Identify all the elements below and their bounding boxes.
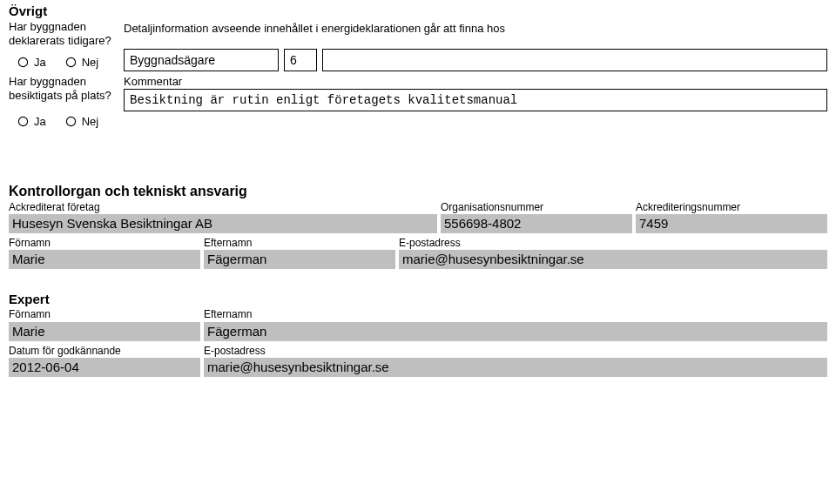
expert-datum-field: Datum för godkännande 2012-06-04 [9,345,200,377]
field-value: Husesyn Svenska Besiktningar AB [9,214,437,233]
radio-icon [65,57,77,68]
ackrediteringsnummer-field: Ackrediteringsnummer 7459 [636,201,827,233]
svg-point-3 [66,117,75,125]
field-value: 556698-4802 [441,214,632,233]
svg-point-1 [66,57,75,66]
kommentar-input[interactable]: Besiktning är rutin enligt företagets kv… [124,89,827,111]
field-label: E-postadress [204,345,827,357]
inspected-nej-radio[interactable]: Nej [65,115,99,128]
detail-intro-text: Detaljinformation avseende innehållet i … [124,22,827,35]
field-value: Fägerman [204,250,395,269]
field-value: Marie [9,322,200,341]
inspected-radio-group: Ja Nej [17,115,118,128]
svg-point-0 [18,57,27,66]
question-inspected: Har byggnaden besiktigats på plats? [9,75,118,104]
inspected-ja-radio[interactable]: Ja [17,115,46,128]
kontrollorgan-section: Kontrollorgan och tekniskt ansvarig Ackr… [9,184,827,270]
field-value: marie@husesynbesiktningar.se [204,358,827,377]
field-label: Förnamn [9,308,200,320]
expert-row-2: Datum för godkännande 2012-06-04 E-posta… [9,345,827,377]
field-label: Organisationsnummer [441,201,632,213]
radio-icon [17,116,29,127]
declared-nej-radio[interactable]: Nej [65,56,99,69]
radio-icon [65,116,77,127]
kommentar-label: Kommentar [124,75,827,88]
expert-heading: Expert [9,292,827,306]
kontroll-fornamn-field: Förnamn Marie [9,237,200,269]
field-value: marie@husesynbesiktningar.se [399,250,827,269]
kontrollorgan-heading: Kontrollorgan och tekniskt ansvarig [9,184,827,199]
radio-label-nej: Nej [82,56,99,69]
kontroll-row-1: Ackrediterat företag Husesyn Svenska Bes… [9,201,827,233]
owner-type-input[interactable]: Byggnadsägare [124,49,279,71]
organisationsnummer-field: Organisationsnummer 556698-4802 [441,201,632,233]
kontroll-efternamn-field: Efternamn Fägerman [204,237,395,269]
ovrigt-heading: Övrigt [9,3,827,18]
kommentar-block: Kommentar Besiktning är rutin enligt för… [124,71,827,111]
kontroll-row-2: Förnamn Marie Efternamn Fägerman E-posta… [9,237,827,269]
field-value: 2012-06-04 [9,358,200,377]
question-declared: Har byggnaden deklarerats tidigare? [9,20,118,49]
field-label: E-postadress [399,237,827,249]
field-label: Förnamn [9,237,200,249]
radio-label-ja: Ja [34,56,46,69]
expert-fornamn-field: Förnamn Marie [9,308,200,340]
owner-number-input[interactable]: 6 [284,49,317,71]
radio-icon [17,57,29,68]
field-value: Fägerman [204,322,827,341]
field-value: 7459 [636,214,827,233]
field-value: Marie [9,250,200,269]
radio-label-ja: Ja [34,115,46,128]
field-label: Efternamn [204,237,395,249]
field-label: Datum för godkännande [9,345,200,357]
ovrigt-section: Övrigt Har byggnaden deklarerats tidigar… [9,3,827,128]
field-label: Ackrediteringsnummer [636,201,827,213]
owner-extra-input[interactable] [322,49,827,71]
field-label: Ackrediterat företag [9,201,437,213]
owner-row: Byggnadsägare 6 [124,49,827,71]
expert-section: Expert Förnamn Marie Efternamn Fägerman … [9,292,827,377]
kontroll-epost-field: E-postadress marie@husesynbesiktningar.s… [399,237,827,269]
declared-ja-radio[interactable]: Ja [17,56,46,69]
expert-efternamn-field: Efternamn Fägerman [204,308,827,340]
svg-point-2 [18,117,27,125]
expert-epost-field: E-postadress marie@husesynbesiktningar.s… [204,345,827,377]
declared-radio-group: Ja Nej [17,56,118,69]
field-label: Efternamn [204,308,827,320]
expert-row-1: Förnamn Marie Efternamn Fägerman [9,308,827,340]
radio-label-nej: Nej [82,115,99,128]
ackrediterat-foretag-field: Ackrediterat företag Husesyn Svenska Bes… [9,201,437,233]
